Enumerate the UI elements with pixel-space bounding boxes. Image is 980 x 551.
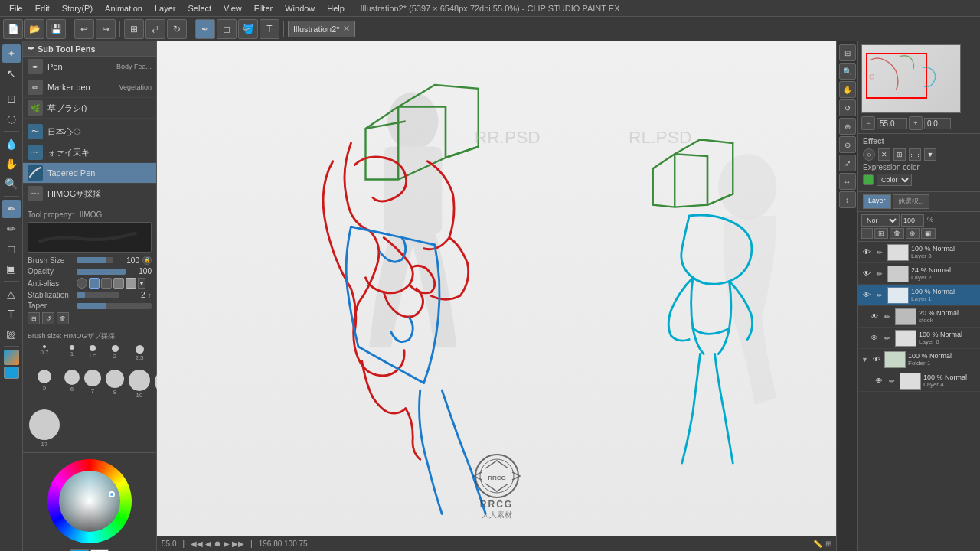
undo-button[interactable]: ↩ [74, 19, 94, 39]
flip-button[interactable]: ⇄ [145, 19, 165, 39]
layer-item-folder1[interactable]: ▼ 👁 100 % Normal Folder 1 [858, 349, 980, 370]
brush-size-5[interactable]: 5 [28, 368, 61, 406]
layer-opacity-input[interactable] [901, 214, 924, 227]
antialias-opt-0[interactable] [77, 278, 87, 289]
tool-select[interactable]: ✦ [2, 44, 21, 63]
menu-window[interactable]: Window [279, 0, 321, 17]
menu-story[interactable]: Story(P) [56, 0, 99, 17]
brush-size-2.5[interactable]: 2.5 [127, 344, 152, 367]
props-action-3[interactable]: 🗑 [57, 312, 69, 324]
tool-eyedrop[interactable]: 💧 [2, 135, 21, 153]
canvas-area[interactable]: RR.PSD RL.PSD RRCG RRCG 人人素材 55 [157, 41, 836, 551]
tool-lasso[interactable]: ◌ [2, 109, 21, 128]
layer-new-btn[interactable]: + [861, 228, 873, 239]
open-button[interactable]: 📂 [24, 19, 44, 39]
brush-size-lock[interactable]: 🔒 [142, 256, 152, 265]
other-tab[interactable]: 他選択... [893, 194, 930, 209]
color-select[interactable]: Color [877, 174, 912, 186]
lock-icon-3[interactable]: ✏ [874, 247, 885, 258]
color-wheel-container[interactable] [47, 459, 132, 543]
lock-icon-2[interactable]: ✏ [874, 269, 885, 279]
eye-icon-stock[interactable]: 👁 [869, 311, 880, 322]
layer-item-3[interactable]: 👁 ✏ 100 % Normal Layer 3 [858, 242, 980, 263]
tool-move[interactable]: ↖ [2, 64, 21, 83]
pen-tool-btn[interactable]: ✒ [195, 19, 215, 39]
zoom-out-btn[interactable]: − [861, 116, 875, 130]
blend-mode-select[interactable]: Nor [861, 214, 900, 227]
ruler-toggle[interactable]: 📏 [813, 540, 822, 548]
layer-del-btn[interactable]: 🗑 [890, 228, 904, 239]
text-tool-btn[interactable]: T [260, 19, 279, 39]
document-tab[interactable]: Illustration2* ✕ [288, 21, 355, 37]
rotation-input[interactable] [924, 118, 951, 129]
brush-size-slider[interactable] [77, 257, 113, 263]
save-button[interactable]: 💾 [46, 19, 66, 39]
menu-select[interactable]: Select [182, 0, 218, 17]
effect-btn-circle[interactable]: ○ [863, 148, 875, 161]
layer-flatten-btn[interactable]: ▣ [921, 228, 936, 239]
taper-slider[interactable] [77, 303, 152, 309]
antialias-opt-1[interactable] [89, 278, 100, 289]
menu-layer[interactable]: Layer [149, 0, 182, 17]
tool-pen[interactable]: ✒ [2, 200, 21, 218]
folder-triangle[interactable]: ▼ [861, 356, 869, 364]
tool-text[interactable]: T [2, 305, 21, 323]
subtool-marker[interactable]: ✏ Marker pen Vegetation [23, 77, 156, 98]
subtool-tapered[interactable]: Tapered Pen [23, 163, 156, 184]
brush-size-6[interactable]: 6 [63, 368, 81, 406]
tool-zoom[interactable]: 🔍 [2, 174, 21, 193]
grid-toggle[interactable]: ⊞ [825, 540, 831, 548]
prev-btn[interactable]: ◀ [205, 540, 211, 548]
menu-view[interactable]: View [217, 0, 248, 17]
eye-icon-folder1[interactable]: 👁 [871, 354, 882, 365]
right-tool-6[interactable]: ⊖ [839, 136, 856, 153]
rotate-button[interactable]: ↻ [167, 19, 187, 39]
tool-pan[interactable]: ✋ [2, 155, 21, 173]
brush-size-0.7[interactable]: 0.7 [28, 344, 61, 367]
end-btn[interactable]: ▶▶ [232, 540, 244, 548]
antialias-opt-4[interactable] [126, 278, 136, 289]
right-tool-1[interactable]: ⊞ [839, 44, 856, 61]
lock-icon-stock[interactable]: ✏ [882, 311, 893, 322]
antialias-opt-3[interactable] [113, 278, 124, 289]
brush-size-8[interactable]: 8 [104, 368, 126, 406]
right-tool-3[interactable]: ✋ [839, 81, 856, 98]
brush-size-17[interactable]: 17 [28, 408, 61, 449]
subtool-grass[interactable]: 🌿 草ブラシ() [23, 98, 156, 119]
tool-eraser[interactable]: ◻ [2, 240, 21, 258]
subtool-japan2[interactable]: 〰 ォァイ天キ [23, 142, 156, 163]
brush-size-1[interactable]: 1 [63, 344, 81, 367]
eye-icon-4[interactable]: 👁 [874, 376, 884, 386]
play-btn[interactable]: ◀◀ [191, 540, 203, 548]
tool-selection[interactable]: ⊡ [2, 90, 21, 108]
brush-size-2[interactable]: 2 [104, 344, 126, 367]
canvas-inner[interactable]: RR.PSD RL.PSD RRCG RRCG 人人素材 [157, 41, 836, 536]
eye-icon-1[interactable]: 👁 [861, 290, 872, 301]
color-wheel[interactable] [47, 459, 132, 543]
stabilization-slider[interactable] [77, 292, 119, 298]
right-tool-4[interactable]: ↺ [839, 99, 856, 116]
subtool-pen[interactable]: ✒ Pen Body Fea... [23, 57, 156, 77]
zoom-in-btn[interactable]: + [909, 116, 923, 130]
eye-icon-6[interactable]: 👁 [869, 333, 880, 344]
tool-brush[interactable]: ✏ [2, 220, 21, 238]
redo-button[interactable]: ↪ [96, 19, 116, 39]
props-action-2[interactable]: ↺ [42, 312, 54, 324]
effect-btn-dots[interactable]: ⋮⋮ [909, 148, 921, 161]
tool-shape[interactable]: △ [2, 285, 21, 303]
tool-fill[interactable]: ▣ [2, 259, 21, 278]
subtool-himo[interactable]: 〰 HIMOGザ採採 [23, 184, 156, 204]
document-close[interactable]: ✕ [343, 24, 350, 34]
effect-btn-x[interactable]: ✕ [878, 148, 890, 161]
right-tool-8[interactable]: ↔ [839, 173, 856, 190]
zoom-input[interactable] [877, 118, 907, 129]
menu-filter[interactable]: Filter [248, 0, 279, 17]
menu-help[interactable]: Help [321, 0, 351, 17]
layer-item-4[interactable]: 👁 ✏ 100 % Normal Layer 4 [858, 370, 980, 392]
opacity-slider[interactable] [77, 269, 126, 275]
layer-item-stock[interactable]: 👁 ✏ 20 % Normal stock [858, 306, 980, 328]
brush-size-10[interactable]: 10 [127, 368, 152, 406]
lock-icon-4[interactable]: ✏ [887, 376, 897, 386]
antialias-dropdown[interactable]: ▼ [138, 278, 145, 289]
right-tool-9[interactable]: ↕ [839, 191, 856, 208]
